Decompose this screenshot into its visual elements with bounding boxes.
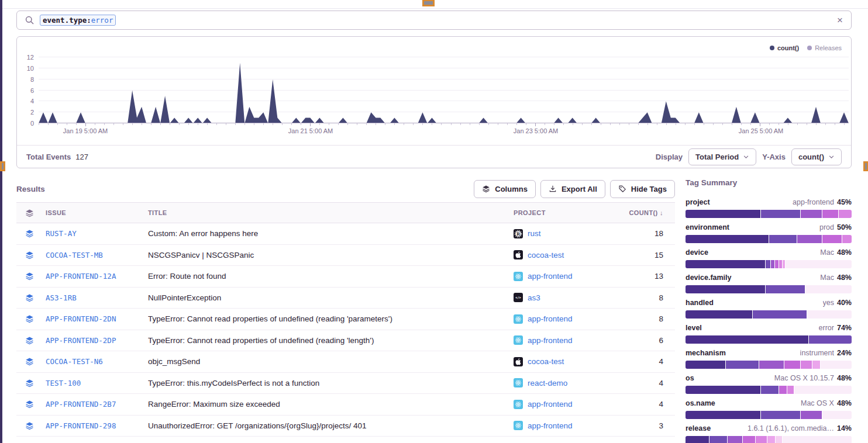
button-export-all[interactable]: Export All bbox=[540, 180, 605, 198]
tag-distribution-bar[interactable] bbox=[686, 335, 852, 344]
tag-bar-segment[interactable] bbox=[727, 436, 742, 443]
tag-distribution-bar[interactable] bbox=[686, 386, 852, 394]
issue-link[interactable]: APP-FRONTEND-2DN bbox=[42, 314, 148, 323]
axis-tick bbox=[760, 123, 760, 126]
tag-bar-segment[interactable] bbox=[725, 361, 759, 369]
tag-distribution-bar[interactable] bbox=[686, 411, 852, 419]
tag-bar-segment[interactable] bbox=[686, 361, 725, 369]
tag-bar-segment[interactable] bbox=[752, 310, 807, 319]
tag-bar-segment[interactable] bbox=[775, 436, 781, 443]
tag-distribution-bar[interactable] bbox=[686, 310, 852, 319]
tag-bar-segment[interactable] bbox=[805, 285, 852, 293]
tag-bar-segment[interactable] bbox=[800, 361, 812, 369]
tag-bar-segment[interactable] bbox=[807, 310, 852, 319]
table-header-row: ISSUE TITLE PROJECT COUNT() ↓ bbox=[16, 202, 675, 223]
project-link[interactable]: as3 bbox=[528, 293, 540, 302]
search-query-token[interactable]: event.type:error bbox=[40, 15, 116, 26]
issue-link[interactable]: APP-FRONTEND-12A bbox=[42, 272, 148, 281]
tag-bar-segment[interactable] bbox=[755, 436, 767, 443]
tag-bar-segment[interactable] bbox=[709, 436, 727, 443]
tag-bar-segment[interactable] bbox=[822, 411, 852, 419]
tag-bar-segment[interactable] bbox=[686, 285, 765, 293]
tag-distribution-bar[interactable] bbox=[686, 285, 852, 293]
query-value: error bbox=[91, 16, 113, 25]
button-hide-tags[interactable]: Hide Tags bbox=[610, 180, 675, 198]
tag-bar-segment[interactable] bbox=[686, 210, 760, 218]
tag-bar-segment[interactable] bbox=[742, 436, 756, 443]
issue-link[interactable]: COCOA-TEST-MB bbox=[42, 251, 148, 259]
legend-item-count[interactable]: count() bbox=[770, 44, 799, 51]
col-header-project[interactable]: PROJECT bbox=[514, 209, 628, 216]
tag-bar-segment[interactable] bbox=[797, 235, 822, 243]
project-link[interactable]: app-frontend bbox=[528, 421, 573, 430]
project-link[interactable]: app-frontend bbox=[528, 336, 573, 345]
tag-bar-segment[interactable] bbox=[765, 260, 770, 268]
issue-link[interactable]: COCOA-TEST-N6 bbox=[42, 357, 148, 366]
project-link[interactable]: app-frontend bbox=[528, 272, 573, 281]
col-header-count[interactable]: COUNT() ↓ bbox=[628, 209, 675, 216]
tag-bar-segment[interactable] bbox=[760, 386, 779, 394]
tag-bar-segment[interactable] bbox=[774, 260, 779, 268]
tag-bar-segment[interactable] bbox=[686, 411, 760, 419]
yaxis-select[interactable]: count() bbox=[791, 148, 842, 165]
issue-link[interactable]: APP-FRONTEND-2B7 bbox=[42, 400, 148, 409]
tag-bar-segment[interactable] bbox=[808, 335, 852, 344]
project-link[interactable]: app-frontend bbox=[528, 400, 573, 409]
tag-bar-segment[interactable] bbox=[842, 235, 852, 243]
tag-bar-segment[interactable] bbox=[820, 361, 852, 369]
legend-item-releases[interactable]: Releases bbox=[807, 44, 842, 51]
tag-bar-segment[interactable] bbox=[785, 260, 852, 268]
tag-bar-segment[interactable] bbox=[765, 285, 805, 293]
tag-bar-segment[interactable] bbox=[812, 361, 820, 369]
tag-bar-segment[interactable] bbox=[800, 411, 822, 419]
tag-bar-segment[interactable] bbox=[794, 386, 852, 394]
project-link[interactable]: app-frontend bbox=[528, 314, 573, 323]
display-select[interactable]: Total Period bbox=[688, 148, 756, 165]
tag-bar-segment[interactable] bbox=[782, 436, 852, 443]
tag-bar-segment[interactable] bbox=[759, 361, 784, 369]
tag-bar-segment[interactable] bbox=[767, 436, 775, 443]
tag-bar-segment[interactable] bbox=[838, 210, 852, 218]
project-link[interactable]: react-demo bbox=[528, 379, 567, 387]
tag-distribution-bar[interactable] bbox=[686, 260, 852, 268]
tag-bar-segment[interactable] bbox=[686, 235, 769, 243]
axis-tick bbox=[151, 123, 151, 125]
tag-bar-segment[interactable] bbox=[760, 210, 800, 218]
tag-bar-segment[interactable] bbox=[770, 260, 774, 268]
tag-bar-segment[interactable] bbox=[686, 335, 808, 344]
project-link[interactable]: rust bbox=[528, 229, 541, 238]
tag-bar-segment[interactable] bbox=[686, 310, 752, 319]
tag-bar-segment[interactable] bbox=[822, 210, 838, 218]
tag-bar-segment[interactable] bbox=[784, 361, 800, 369]
tag-name: mechanism bbox=[686, 349, 726, 357]
col-header-issue[interactable]: ISSUE bbox=[42, 209, 148, 216]
issue-link[interactable]: TEST-100 bbox=[42, 379, 148, 387]
tag-bar-segment[interactable] bbox=[686, 386, 760, 394]
clear-search-icon[interactable]: × bbox=[837, 15, 843, 25]
project-link[interactable]: cocoa-test bbox=[528, 357, 564, 366]
project-link[interactable]: cocoa-test bbox=[528, 251, 564, 259]
tag-bar-segment[interactable] bbox=[800, 210, 822, 218]
axis-tick bbox=[198, 123, 198, 125]
tag-bar-segment[interactable] bbox=[686, 260, 765, 268]
issue-link[interactable]: APP-FRONTEND-298 bbox=[42, 421, 148, 430]
axis-tick bbox=[554, 123, 554, 125]
tag-bar-segment[interactable] bbox=[686, 436, 709, 443]
search-bar[interactable]: event.type:error × bbox=[16, 11, 852, 30]
tag-bar-segment[interactable] bbox=[760, 411, 800, 419]
col-header-title[interactable]: TITLE bbox=[148, 209, 514, 216]
chart-plot-area[interactable] bbox=[39, 57, 849, 123]
button-columns[interactable]: Columns bbox=[474, 180, 536, 198]
tag-bar-segment[interactable] bbox=[769, 235, 797, 243]
tag-bar-segment[interactable] bbox=[779, 386, 787, 394]
tag-bar-segment[interactable] bbox=[822, 235, 842, 243]
tag-distribution-bar[interactable] bbox=[686, 436, 852, 443]
top-divider bbox=[2, 8, 868, 9]
tag-distribution-bar[interactable] bbox=[686, 210, 852, 218]
issue-link[interactable]: AS3-1RB bbox=[42, 293, 148, 302]
tag-bar-segment[interactable] bbox=[787, 386, 793, 394]
tag-distribution-bar[interactable] bbox=[686, 361, 852, 369]
issue-link[interactable]: RUST-AY bbox=[42, 229, 148, 238]
issue-link[interactable]: APP-FRONTEND-2DP bbox=[42, 336, 148, 345]
tag-distribution-bar[interactable] bbox=[686, 235, 852, 243]
